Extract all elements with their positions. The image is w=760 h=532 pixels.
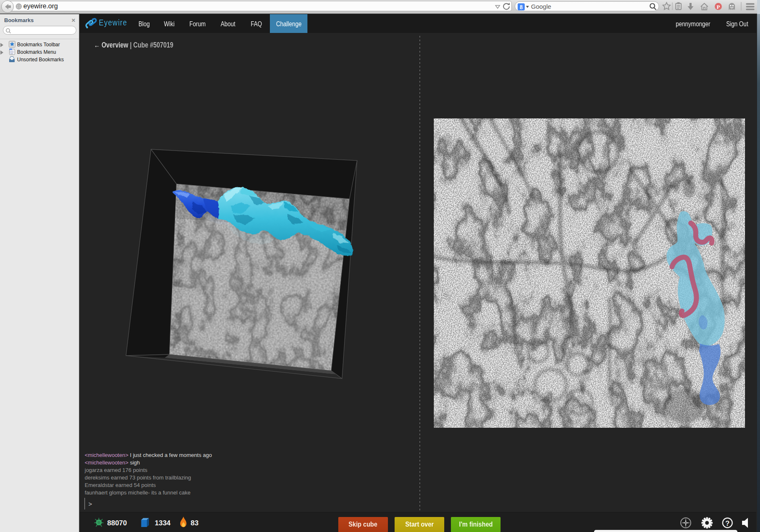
svg-text:?: ?	[725, 519, 730, 527]
svg-text:Google: Google	[531, 3, 551, 10]
svg-text:8: 8	[520, 4, 523, 10]
svg-text:P: P	[717, 4, 720, 10]
